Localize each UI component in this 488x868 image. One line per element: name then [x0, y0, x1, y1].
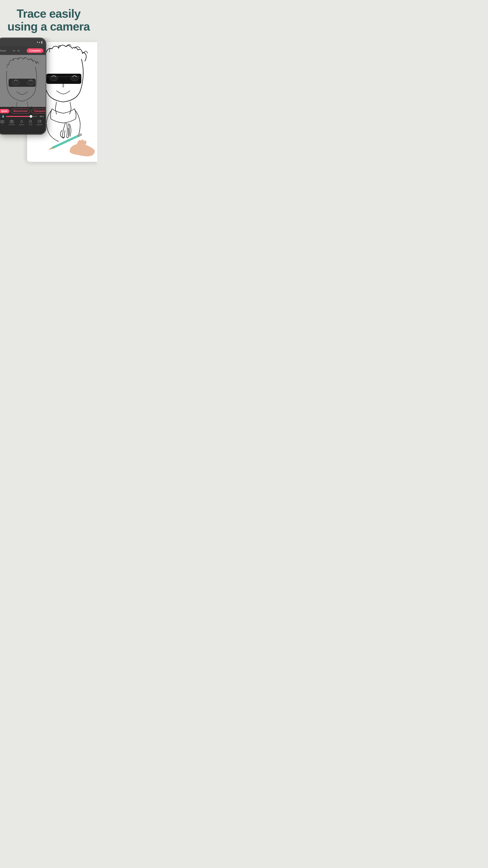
redo-icon[interactable]: ↪ [17, 49, 20, 53]
hand-pencil-container [38, 128, 95, 160]
main-content: ▼▲ ▌ Reset ↩ ↪ Complete [0, 37, 97, 168]
hand-pencil-svg [38, 128, 95, 160]
nav-icon-lock [29, 120, 32, 123]
nav-item-explore[interactable]: Explore [37, 120, 43, 126]
nav-item-lock[interactable]: Lock [29, 120, 33, 126]
svg-point-6 [12, 80, 20, 85]
slider-value: 85% [38, 115, 44, 118]
signal-icon: ▼▲ [37, 41, 41, 43]
nav-icon-explore [37, 120, 41, 123]
nav-icon-splash [20, 120, 24, 123]
filter-transparent[interactable]: Transparent [31, 109, 46, 114]
nav-label-splash: Splash [19, 124, 24, 126]
slider-fill [6, 116, 33, 117]
battery-icon: ▌ [41, 41, 43, 43]
svg-point-2 [50, 75, 58, 81]
headline: Trace easily using a camera [4, 7, 93, 33]
phone-drawing-area [0, 55, 46, 107]
filter-original[interactable]: iginal [0, 109, 9, 113]
phone-status-bar: ▼▲ ▌ [0, 38, 46, 46]
slider-track[interactable] [6, 116, 37, 117]
nav-icon-camera-t [0, 120, 4, 123]
nav-icon-camera [10, 120, 14, 123]
header-section: Trace easily using a camera [0, 0, 97, 37]
svg-point-15 [40, 121, 41, 121]
phone-anime-svg [0, 55, 46, 107]
bottom-nav: t Camera [0, 118, 46, 127]
slider-row: y 💧 85% [0, 114, 46, 118]
reset-label[interactable]: Reset [0, 49, 6, 52]
headline-line1: Trace easily [17, 7, 80, 20]
svg-point-11 [11, 121, 12, 123]
svg-point-3 [70, 75, 78, 81]
svg-point-7 [27, 80, 34, 85]
svg-point-9 [2, 121, 3, 123]
svg-rect-13 [29, 121, 32, 123]
slider-thumb[interactable] [30, 115, 32, 118]
undo-icon[interactable]: ↩ [13, 49, 15, 53]
nav-label-explore: Explore [37, 124, 43, 126]
phone-mockup: ▼▲ ▌ Reset ↩ ↪ Complete [0, 37, 46, 135]
headline-line2: using a camera [7, 20, 90, 33]
phone-toolbar: Reset ↩ ↪ Complete [0, 46, 46, 55]
opacity-icon: 💧 [2, 115, 5, 118]
nav-label-camera: Camera [8, 124, 15, 126]
nav-label-t: t [2, 124, 2, 126]
complete-button[interactable]: Complete [27, 49, 43, 53]
nav-label-lock: Lock [29, 124, 33, 126]
phone-screen: ▼▲ ▌ Reset ↩ ↪ Complete [0, 38, 46, 134]
slider-label-y: y [0, 115, 0, 118]
nav-item-t[interactable]: t [0, 120, 4, 126]
status-icons: ▼▲ ▌ [37, 41, 43, 43]
nav-item-camera[interactable]: Camera [8, 120, 15, 126]
filter-monochrome[interactable]: Monochrome [11, 109, 30, 114]
nav-item-splash[interactable]: Splash [19, 120, 24, 126]
filter-pills: iginal Monochrome Transparent [0, 107, 46, 114]
toolbar-arrows: ↩ ↪ [13, 49, 20, 53]
